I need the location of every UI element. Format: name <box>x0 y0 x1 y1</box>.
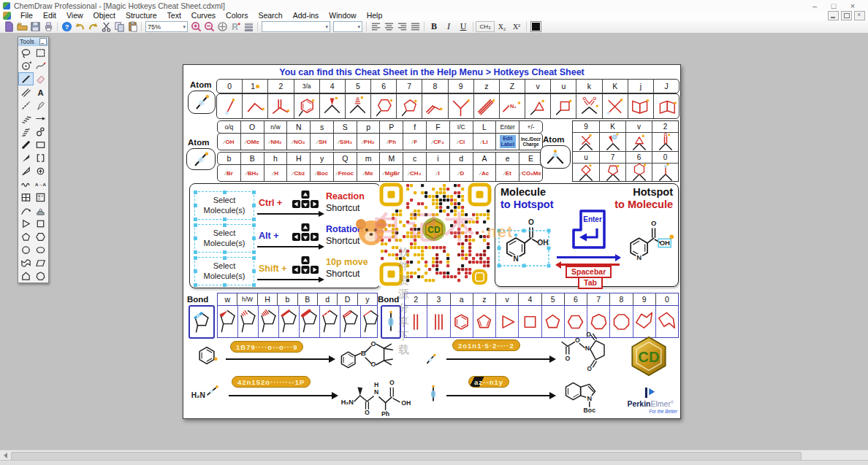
reaction4-hotkeys: az▫▫n1y <box>468 376 509 388</box>
circle-shape-tool[interactable] <box>18 243 34 256</box>
zoom-out-button[interactable] <box>202 21 216 32</box>
subscript-button[interactable]: X₂ <box>495 23 509 31</box>
menu-item-addins[interactable]: Add-ins <box>288 11 324 20</box>
text-tool[interactable]: A <box>34 85 49 99</box>
menu-item-view[interactable]: View <box>61 11 88 20</box>
orbital-tool[interactable] <box>34 125 49 138</box>
house-shape-tool[interactable] <box>18 269 34 283</box>
zoom-in-button[interactable] <box>189 21 202 32</box>
triangle-shape-tool[interactable] <box>18 217 34 230</box>
polygon-shape-tool[interactable] <box>34 269 49 283</box>
menu-item-object[interactable]: Object <box>88 11 121 20</box>
copy-button[interactable] <box>113 21 126 32</box>
pentagon-shape-tool[interactable] <box>18 230 34 243</box>
menu-item-colors[interactable]: Colors <box>221 11 253 20</box>
minimize-button[interactable]: – <box>805 1 824 10</box>
atom1-structure-row: N₃OO <box>216 93 679 119</box>
pan-button[interactable] <box>216 21 229 32</box>
menu-item-search[interactable]: Search <box>253 11 287 20</box>
stamp-tool[interactable] <box>34 204 49 217</box>
bold-button[interactable]: B <box>427 21 441 32</box>
wedge-bond-tool[interactable] <box>18 151 34 164</box>
palette-minimize-icon[interactable] <box>39 38 47 45</box>
marquee-tool[interactable] <box>34 46 49 59</box>
r-logo-button[interactable]: R <box>229 21 242 32</box>
new-document-button[interactable] <box>2 21 15 32</box>
italic-button[interactable]: I <box>441 21 456 32</box>
bond2-key-7: 7 <box>587 293 609 305</box>
bond1-key-H: H <box>257 293 277 305</box>
parallelogram-shape-tool[interactable] <box>34 256 49 269</box>
atom1-key-j: j <box>628 80 653 93</box>
rectangle-tool[interactable] <box>34 138 49 151</box>
arrow-tool[interactable] <box>34 112 49 125</box>
doc-minimize-button[interactable] <box>828 11 839 20</box>
undo-button[interactable] <box>73 21 86 32</box>
tools-palette-titlebar[interactable]: Tools <box>18 37 48 46</box>
menu-item-window[interactable]: Window <box>324 11 361 20</box>
spline-tool[interactable] <box>18 204 34 217</box>
drawing-canvas[interactable]: Tools AA→A You can find this Cheat Sheet… <box>0 33 868 450</box>
svg-text:CD: CD <box>638 349 659 365</box>
bond1-key-d: d <box>317 293 337 305</box>
orbit-tool[interactable] <box>18 59 34 72</box>
wavy-bond-tool[interactable] <box>18 177 34 191</box>
bracket-tool[interactable] <box>34 151 49 164</box>
pen-nib-tool[interactable] <box>34 99 49 112</box>
open-button[interactable] <box>15 21 28 32</box>
eraser-tool[interactable] <box>34 72 49 85</box>
table-tool[interactable] <box>18 191 34 204</box>
atom2a-key-o/q: o/q <box>218 121 240 133</box>
oval-shape-tool[interactable] <box>34 243 49 256</box>
menu-item-file[interactable]: File <box>15 11 38 20</box>
menu-item-curves[interactable]: Curves <box>186 11 221 20</box>
doc-close-button[interactable] <box>854 11 865 20</box>
bond-reactant-2 <box>425 351 442 366</box>
dashed-bond-tool[interactable] <box>18 99 34 112</box>
atom2a-value-Li: ∕Li <box>473 134 496 150</box>
wave-shape-tool[interactable] <box>18 256 34 269</box>
menu-item-text[interactable]: Text <box>162 11 186 20</box>
horizontal-scrollbar[interactable] <box>0 450 868 461</box>
menu-item-edit[interactable]: Edit <box>38 11 61 20</box>
hashed-wedge-tool[interactable] <box>18 112 34 125</box>
font-family-select[interactable]: ▾ <box>262 21 330 32</box>
align-right-button[interactable] <box>395 21 408 32</box>
atom2b-key-B: B <box>240 153 264 164</box>
print-button[interactable] <box>42 21 55 32</box>
square-shape-tool[interactable] <box>34 217 49 230</box>
hashed-bond-tool[interactable] <box>18 125 34 138</box>
template-tool[interactable] <box>34 191 49 204</box>
hollow-wedge-tool[interactable] <box>18 164 34 177</box>
close-button[interactable]: × <box>843 1 862 10</box>
charge-tool[interactable] <box>34 164 49 177</box>
multiple-bond-tool[interactable] <box>18 85 34 99</box>
doc-restore-button[interactable] <box>841 11 852 20</box>
bold-bond-tool[interactable] <box>18 138 34 151</box>
pen-curve-tool[interactable] <box>34 59 49 72</box>
menu-item-structure[interactable]: Structure <box>121 11 162 20</box>
stack-button[interactable] <box>242 21 255 32</box>
paste-button[interactable] <box>126 21 139 32</box>
maximize-button[interactable]: □ <box>824 1 843 10</box>
superscript-button[interactable]: X² <box>509 23 524 31</box>
redo-button[interactable] <box>86 21 99 32</box>
save-button[interactable] <box>28 21 42 32</box>
hexagon-shape-tool[interactable] <box>34 230 49 243</box>
cut-button[interactable] <box>99 21 113 32</box>
help-button[interactable]: ? <box>60 21 73 32</box>
align-center-button[interactable] <box>382 21 395 32</box>
align-left-button[interactable] <box>369 21 382 32</box>
formula-button[interactable]: CH₃ <box>476 21 495 32</box>
zoom-level-select[interactable]: 75%▾ <box>145 21 188 32</box>
atom-map-tool[interactable]: A→A <box>34 177 49 191</box>
menu-item-help[interactable]: Help <box>362 11 388 20</box>
align-justify-button[interactable] <box>408 21 422 32</box>
bond2-label: Bond <box>378 295 399 304</box>
solid-bond-tool[interactable] <box>18 72 34 85</box>
underline-button[interactable]: U <box>456 21 471 32</box>
lasso-tool[interactable] <box>18 46 34 59</box>
color-swatch[interactable] <box>531 22 541 31</box>
scroll-left-arrow[interactable] <box>0 450 10 461</box>
font-size-select[interactable]: ▾ <box>333 21 362 32</box>
